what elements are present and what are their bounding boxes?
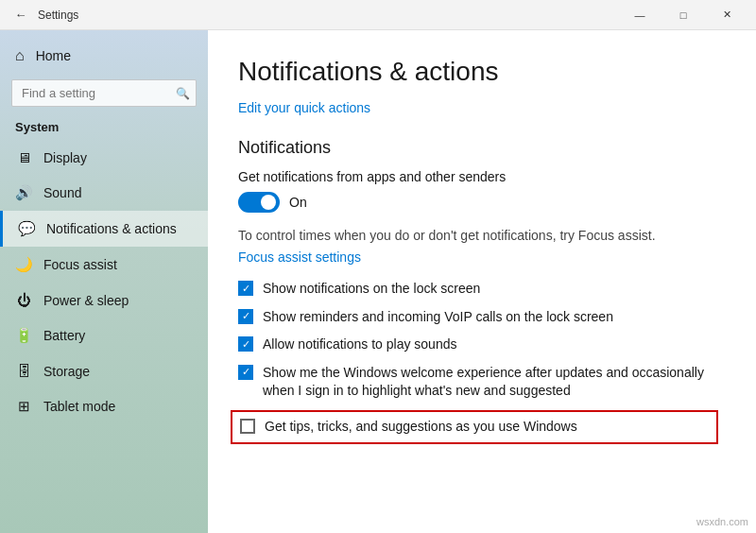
checkbox-label-sounds: Allow notifications to play sounds xyxy=(263,335,456,354)
checkbox-label-welcome: Show me the Windows welcome experience a… xyxy=(263,364,726,401)
checkbox-row-lock-screen: ✓ Show notifications on the lock screen xyxy=(238,280,726,299)
notifications-toggle[interactable] xyxy=(238,192,280,213)
toggle-label: On xyxy=(289,195,307,210)
checkbox-welcome[interactable]: ✓ xyxy=(238,365,253,380)
search-icon: 🔍 xyxy=(176,87,190,100)
toggle-row: On xyxy=(238,192,726,213)
maximize-button[interactable]: □ xyxy=(662,0,705,30)
close-button[interactable]: ✕ xyxy=(705,0,748,30)
tablet-icon: ⊞ xyxy=(15,398,32,415)
checkbox-label-tips: Get tips, tricks, and suggestions as you… xyxy=(265,418,577,437)
checkbox-tips[interactable] xyxy=(240,419,255,434)
window-title: Settings xyxy=(38,9,618,22)
focus-icon: 🌙 xyxy=(15,256,32,273)
home-label: Home xyxy=(36,48,71,63)
checkbox-label-voip: Show reminders and incoming VoIP calls o… xyxy=(263,308,613,327)
sidebar-item-tablet[interactable]: ⊞ Tablet mode xyxy=(0,388,208,424)
sidebar-item-label: Power & sleep xyxy=(43,293,129,308)
focus-assist-text: To control times when you do or don't ge… xyxy=(238,226,726,246)
display-icon: 🖥 xyxy=(15,149,32,165)
sidebar-item-label: Battery xyxy=(43,328,85,343)
notifications-section-title: Notifications xyxy=(238,138,726,158)
checkbox-row-sounds: ✓ Allow notifications to play sounds xyxy=(238,335,726,354)
page-title: Notifications & actions xyxy=(238,57,726,87)
sidebar-section-title: System xyxy=(0,116,208,140)
home-icon: ⌂ xyxy=(15,47,25,64)
sound-icon: 🔊 xyxy=(15,184,32,201)
sidebar-item-label: Sound xyxy=(43,185,81,200)
toggle-thumb xyxy=(261,195,276,210)
content-area: Notifications & actions Edit your quick … xyxy=(208,30,756,533)
notifications-icon: 💬 xyxy=(18,220,35,237)
titlebar: ← Settings — □ ✕ xyxy=(0,0,756,30)
sidebar-item-notifications[interactable]: 💬 Notifications & actions xyxy=(0,211,208,247)
back-button[interactable]: ← xyxy=(8,2,34,28)
checkbox-row-welcome: ✓ Show me the Windows welcome experience… xyxy=(238,364,726,401)
app-body: ⌂ Home 🔍 System 🖥 Display 🔊 Sound 💬 Noti… xyxy=(0,30,756,533)
checkbox-label-lock-screen: Show notifications on the lock screen xyxy=(263,280,480,299)
sidebar-item-label: Display xyxy=(43,150,87,165)
sidebar: ⌂ Home 🔍 System 🖥 Display 🔊 Sound 💬 Noti… xyxy=(0,30,208,533)
focus-settings-link[interactable]: Focus assist settings xyxy=(238,249,361,265)
power-icon: ⏻ xyxy=(15,292,32,308)
watermark: wsxdn.com xyxy=(696,516,748,527)
storage-icon: 🗄 xyxy=(15,363,32,379)
sidebar-item-battery[interactable]: 🔋 Battery xyxy=(0,318,208,353)
search-input[interactable] xyxy=(11,79,197,107)
sidebar-item-label: Notifications & actions xyxy=(46,221,177,236)
battery-icon: 🔋 xyxy=(15,327,32,344)
sidebar-item-label: Focus assist xyxy=(43,257,117,272)
search-container: 🔍 xyxy=(11,79,197,107)
sidebar-item-display[interactable]: 🖥 Display xyxy=(0,140,208,175)
sidebar-item-sound[interactable]: 🔊 Sound xyxy=(0,175,208,211)
checkbox-sounds[interactable]: ✓ xyxy=(238,336,253,352)
quick-actions-link[interactable]: Edit your quick actions xyxy=(238,100,370,115)
checkbox-row-tips: Get tips, tricks, and suggestions as you… xyxy=(231,410,718,444)
window-controls: — □ ✕ xyxy=(618,0,748,30)
sidebar-item-focus[interactable]: 🌙 Focus assist xyxy=(0,247,208,283)
minimize-button[interactable]: — xyxy=(618,0,662,30)
sidebar-item-home[interactable]: ⌂ Home xyxy=(0,38,208,74)
checkbox-voip[interactable]: ✓ xyxy=(238,309,253,324)
get-notifications-row: Get notifications from apps and other se… xyxy=(238,169,726,184)
sidebar-item-power[interactable]: ⏻ Power & sleep xyxy=(0,283,208,318)
sidebar-item-label: Storage xyxy=(43,364,90,379)
checkbox-lock-screen[interactable]: ✓ xyxy=(238,281,253,296)
sidebar-item-label: Tablet mode xyxy=(43,399,115,414)
checkbox-row-voip: ✓ Show reminders and incoming VoIP calls… xyxy=(238,308,726,327)
sidebar-item-storage[interactable]: 🗄 Storage xyxy=(0,353,208,388)
